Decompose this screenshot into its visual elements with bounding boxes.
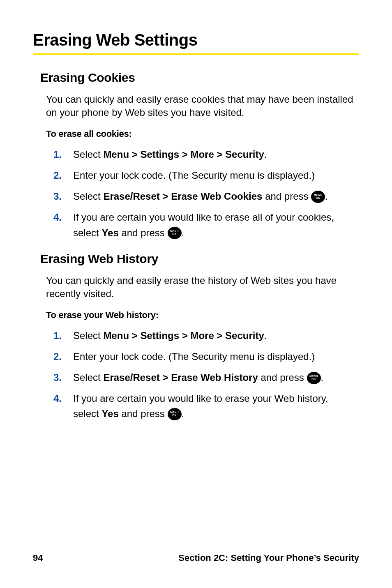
- step-text: .: [264, 149, 267, 160]
- menu-ok-icon: MENU OK: [168, 227, 182, 239]
- step-text: .: [182, 227, 184, 238]
- step-text: Select: [73, 191, 103, 202]
- section-label: Section 2C: Setting Your Phone’s Securit…: [178, 553, 359, 563]
- list-item: If you are certain you would like to era…: [53, 391, 355, 421]
- step-text: Select: [73, 149, 103, 160]
- icon-label: MENU OK: [170, 230, 178, 236]
- list-item: Select Erase/Reset > Erase Web Cookies a…: [53, 189, 355, 204]
- menu-ok-icon: MENU OK: [307, 372, 321, 384]
- step-text: .: [264, 330, 267, 341]
- list-item: Enter your lock code. (The Security menu…: [53, 168, 355, 183]
- title-underline: [33, 53, 359, 55]
- list-item: Select Menu > Settings > More > Security…: [53, 147, 355, 162]
- icon-label: MENU OK: [314, 194, 322, 200]
- yes-text: Yes: [101, 408, 118, 419]
- page-number: 94: [33, 553, 43, 563]
- step-text: and press: [119, 408, 168, 419]
- step-text: Select: [73, 372, 103, 383]
- icon-label: MENU OK: [170, 411, 178, 417]
- step-text: .: [321, 372, 324, 383]
- menu-path-text: Erase/Reset > Erase Web Cookies: [103, 191, 262, 202]
- history-instruction-label: To erase your Web history:: [46, 310, 359, 321]
- history-steps-list: Select Menu > Settings > More > Security…: [53, 328, 355, 422]
- step-text: .: [325, 191, 328, 202]
- yes-text: Yes: [101, 227, 118, 238]
- menu-ok-icon: MENU OK: [168, 408, 182, 420]
- list-item: Select Menu > Settings > More > Security…: [53, 328, 355, 343]
- heading-erasing-web-history: Erasing Web History: [40, 252, 359, 266]
- step-text: .: [182, 408, 184, 419]
- step-text: Select: [73, 330, 103, 341]
- list-item: Select Erase/Reset > Erase Web History a…: [53, 370, 355, 385]
- menu-path-text: Erase/Reset > Erase Web History: [103, 372, 258, 383]
- list-item: Enter your lock code. (The Security menu…: [53, 349, 355, 364]
- page-title: Erasing Web Settings: [33, 31, 359, 49]
- menu-path-text: Menu > Settings > More > Security: [103, 149, 264, 160]
- menu-path-text: Menu > Settings > More > Security: [103, 330, 264, 341]
- heading-erasing-cookies: Erasing Cookies: [40, 71, 359, 85]
- icon-label: MENU OK: [309, 375, 318, 381]
- step-text: and press: [262, 191, 311, 202]
- cookies-steps-list: Select Menu > Settings > More > Security…: [53, 147, 355, 240]
- step-text: Enter your lock code. (The Security menu…: [73, 351, 315, 362]
- cookies-intro-text: You can quickly and easily erase cookies…: [46, 93, 355, 120]
- step-text: Enter your lock code. (The Security menu…: [73, 170, 315, 181]
- menu-ok-icon: MENU OK: [311, 191, 325, 203]
- list-item: If you are certain you would like to era…: [53, 210, 355, 240]
- history-intro-text: You can quickly and easily erase the his…: [46, 274, 355, 301]
- page-footer: 94 Section 2C: Setting Your Phone’s Secu…: [33, 553, 359, 563]
- step-text: and press: [119, 227, 168, 238]
- step-text: and press: [258, 372, 307, 383]
- cookies-instruction-label: To erase all cookies:: [46, 129, 359, 139]
